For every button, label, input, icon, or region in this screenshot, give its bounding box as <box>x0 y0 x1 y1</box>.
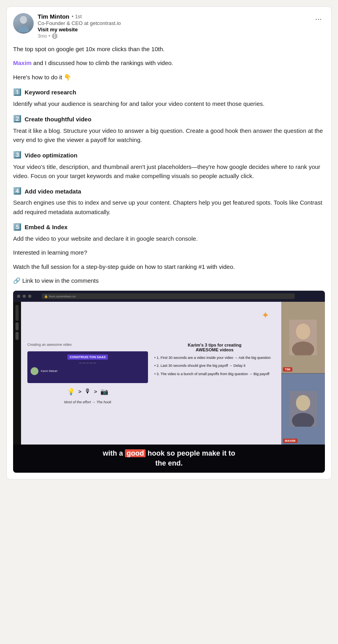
intro-line3: Here's how to do it 👇 <box>13 73 325 82</box>
step-3-title: Video optimization <box>25 151 77 160</box>
step-2-heading: 2️⃣ Create thoughtful video <box>13 114 325 124</box>
avatar[interactable] <box>13 13 34 34</box>
dot-3 <box>28 295 31 298</box>
step-4-heading: 4️⃣ Add video metadata <box>13 186 325 196</box>
step-5-title: Embed & Index <box>25 222 67 232</box>
step-1-heading: 1️⃣ Keyword research <box>13 87 325 98</box>
author-website-link[interactable]: Visit my website <box>38 27 121 33</box>
intro-line2-suffix: and I discussed how to climb the ranking… <box>32 59 173 66</box>
step-5-heading: 5️⃣ Embed & Index <box>13 222 325 232</box>
step-4-number: 4️⃣ <box>13 186 21 196</box>
subtitle-pre: with a <box>103 449 125 457</box>
video-left-panel <box>13 302 21 445</box>
cta2: Watch the full session for a step-by-ste… <box>13 262 325 271</box>
tip-1: • 1. First 30 seconds are a video inside… <box>154 355 275 360</box>
screen-title: CONSTRUIS TON SAAS <box>67 355 108 360</box>
author-name: Tim Minton <box>38 13 69 20</box>
author-section: Tim Minton • 1st Co-Founder & CEO at get… <box>13 13 121 39</box>
cta1: Interested in learning more? <box>13 248 325 257</box>
svg-point-0 <box>20 16 27 24</box>
screen-sub: — — — — — <box>31 361 145 364</box>
svg-point-9 <box>296 395 310 411</box>
step-1-title: Keyword research <box>25 88 76 97</box>
video-caption: Most of the effort → The hook <box>64 400 111 404</box>
tip-2: • 2. Last 30 seconds should give the big… <box>154 363 275 368</box>
link-icon: 🔗 <box>13 277 21 284</box>
step-3-body: Your video's title, description, and thu… <box>13 162 325 181</box>
svg-point-6 <box>296 324 310 339</box>
video-content-inner: Creating an awesome video CONSTRUIS TON … <box>27 343 275 404</box>
step-1-number: 1️⃣ <box>13 87 21 98</box>
tips-panel: Karim's 3 tips for creatingAWESOME video… <box>154 343 275 404</box>
subtitle-text: with a good hook so people make it to th… <box>19 448 319 468</box>
camera-column: TIM MAXIM <box>281 302 325 445</box>
maxim-person-svg <box>289 391 317 427</box>
subtitle-highlight-word: good <box>125 449 146 457</box>
step-2-body: Treat it like a blog. Structure your vid… <box>13 126 325 145</box>
step-5-number: 5️⃣ <box>13 222 21 232</box>
cam-bottom-maxim: MAXIM <box>281 373 325 445</box>
post-card: Tim Minton • 1st Co-Founder & CEO at get… <box>6 6 332 479</box>
step-1-body: Identify what your audience is searching… <box>13 99 325 108</box>
cam-top-tim: TIM <box>281 302 325 373</box>
cam-bottom-label: MAXIM <box>283 439 298 443</box>
author-title: Co-Founder & CEO at getcontrast.io <box>38 20 121 26</box>
step-2-number: 2️⃣ <box>13 114 21 124</box>
post-body: The top spot on google get 10x more clic… <box>13 44 325 285</box>
tip-3: • 3. The video is a bunch of small payof… <box>154 372 275 377</box>
screen-mock: CONSTRUIS TON SAAS — — — — — Karim Matra… <box>27 351 148 383</box>
mention-maxim[interactable]: Maxim <box>13 59 32 66</box>
arrow-right-2: > <box>94 389 97 395</box>
step-2-title: Create thoughtful video <box>25 115 91 124</box>
post-header: Tim Minton • 1st Co-Founder & CEO at get… <box>13 13 325 39</box>
video-content-area: ✦ Creating an awesome video CONSTRUIS TO… <box>21 302 281 445</box>
mini-avatar <box>31 367 38 375</box>
comments-link[interactable]: 🔗 Link to view in the comments <box>13 276 325 285</box>
post-time: 3mo <box>38 33 47 39</box>
url-text: 🔒 from.summitseo.co <box>44 295 76 298</box>
step-3-number: 3️⃣ <box>13 150 21 160</box>
star-decoration: ✦ <box>261 310 269 321</box>
more-options-button[interactable]: ··· <box>312 13 325 24</box>
video-main-area: ✦ Creating an awesome video CONSTRUIS TO… <box>13 302 325 445</box>
step-4-title: Add video metadata <box>25 187 81 196</box>
arrow-right-1: > <box>78 389 81 395</box>
separator: • <box>48 33 50 39</box>
subtitles-bar: with a good hook so people make it to th… <box>13 445 325 472</box>
post-meta: 3mo • <box>38 33 121 39</box>
dot-1 <box>17 295 20 298</box>
bulb-icon: 💡 <box>67 388 75 395</box>
video-top-bar: 🔒 from.summitseo.co <box>13 291 325 302</box>
svg-point-1 <box>18 26 29 32</box>
tips-title: Karim's 3 tips for creatingAWESOME video… <box>154 343 275 352</box>
author-name-row: Tim Minton • 1st <box>38 13 121 20</box>
camera-icon: 📷 <box>100 388 108 395</box>
mic-icon: 🎙 <box>84 388 91 395</box>
step-3-heading: 3️⃣ Video optimization <box>13 150 325 160</box>
step-5-body: Add the video to your website and declar… <box>13 234 325 243</box>
mini-person-name: Karim Matrah <box>41 370 58 372</box>
step-4-body: Search engines use this to index and ser… <box>13 198 325 217</box>
video-thumbnail[interactable]: 🔒 from.summitseo.co ✦ Creating an awesom… <box>13 291 325 472</box>
creating-label: Creating an awesome video <box>27 343 72 347</box>
author-badge: • 1st <box>72 13 82 19</box>
author-info: Tim Minton • 1st Co-Founder & CEO at get… <box>38 13 121 39</box>
dot-2 <box>23 295 26 298</box>
globe-icon <box>52 33 58 39</box>
intro-line2: Maxim and I discussed how to climb the r… <box>13 58 325 67</box>
subtitle-line2: the end. <box>155 459 182 467</box>
url-bar: 🔒 from.summitseo.co <box>42 293 295 299</box>
icons-row: 💡 > 🎙 > 📷 <box>67 388 108 395</box>
slides-panel: Creating an awesome video CONSTRUIS TON … <box>27 343 148 404</box>
cam-top-label: TIM <box>283 367 292 372</box>
tim-person-svg <box>289 320 317 355</box>
subtitle-post: hook so people make it to <box>146 449 235 457</box>
link-text: Link to view in the comments <box>22 277 99 284</box>
screen-avatar-row: Karim Matrah <box>31 367 145 375</box>
intro-line1: The top spot on google get 10x more clic… <box>13 44 325 54</box>
